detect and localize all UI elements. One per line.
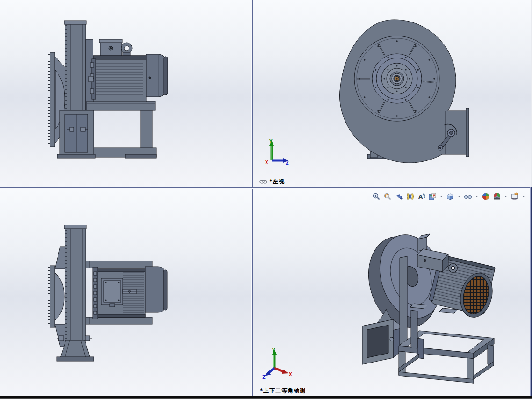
- axis-label-x: X: [289, 371, 292, 377]
- orientation-triad: Y Z X: [261, 138, 290, 166]
- display-style-dropdown[interactable]: [456, 192, 462, 201]
- view-settings-icon[interactable]: [510, 191, 520, 202]
- cad-front-view: [253, 0, 531, 187]
- view-orientation-icon[interactable]: [427, 191, 438, 202]
- previous-view-icon[interactable]: [394, 191, 404, 202]
- viewport-bottom-left[interactable]: [0, 189, 251, 396]
- cad-isometric-view: [253, 189, 531, 396]
- solidworks-four-viewport-window: { "viewports": { "top_left": { "content"…: [0, 0, 532, 399]
- section-view-icon[interactable]: [405, 191, 415, 202]
- viewport-top-left[interactable]: [0, 0, 251, 187]
- view-orientation-dropdown[interactable]: [439, 192, 444, 201]
- cad-top-view: [0, 189, 251, 396]
- axis-label-z: Z: [286, 160, 289, 166]
- axis-label-y: Y: [272, 348, 275, 354]
- viewport-splitter-horizontal[interactable]: [0, 187, 532, 189]
- apply-scene-icon[interactable]: [492, 191, 502, 202]
- viewport-bottom-right[interactable]: A: [253, 189, 531, 396]
- window-border-right: [530, 187, 532, 396]
- axis-label-z: Z: [262, 374, 266, 379]
- heads-up-view-toolbar: A: [371, 191, 526, 202]
- hide-show-items-dropdown[interactable]: [474, 192, 480, 201]
- viewport-splitter-vertical[interactable]: [251, 0, 253, 399]
- axis-label-y: Y: [269, 138, 273, 145]
- zoom-to-fit-icon[interactable]: [371, 191, 381, 202]
- edit-appearance-icon[interactable]: [481, 191, 491, 202]
- viewport-label-bottom-right: *上下二等角轴测: [260, 387, 306, 395]
- cad-side-view: [0, 0, 251, 187]
- view-settings-dropdown[interactable]: [521, 192, 526, 201]
- orientation-triad: Y X Z: [262, 347, 293, 379]
- view-name-text: *左视: [269, 178, 285, 186]
- link-icon: [259, 179, 267, 184]
- zoom-to-area-icon[interactable]: [382, 191, 393, 202]
- display-style-icon[interactable]: [445, 191, 455, 202]
- viewport-top-right[interactable]: Y Z X *左视: [253, 0, 531, 187]
- svg-text:A: A: [418, 194, 423, 200]
- axis-label-x: X: [265, 160, 268, 166]
- annotation-views-icon[interactable]: A: [416, 191, 426, 202]
- hide-show-items-icon[interactable]: [463, 191, 473, 202]
- view-name-text: *上下二等角轴测: [260, 387, 306, 395]
- window-border-bottom: [0, 396, 532, 399]
- viewport-label-top-right: *左视: [259, 178, 285, 186]
- apply-scene-dropdown[interactable]: [503, 192, 509, 201]
